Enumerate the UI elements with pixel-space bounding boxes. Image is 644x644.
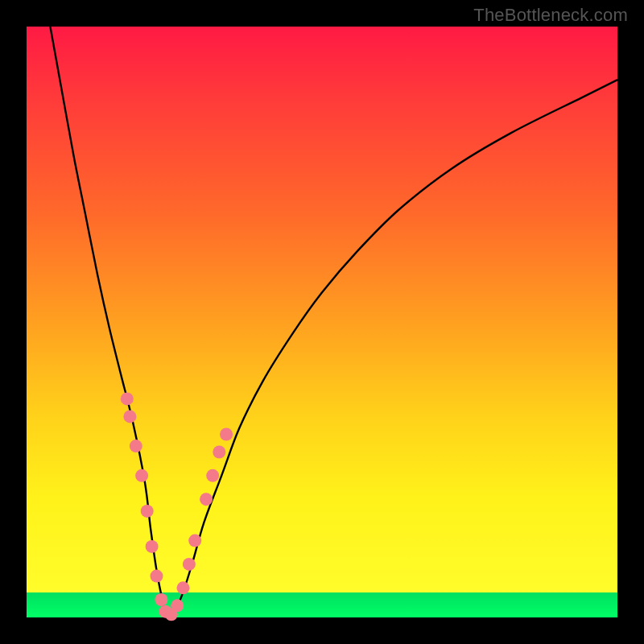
marker-dot [135, 469, 148, 482]
marker-dot [188, 535, 201, 547]
marker-dot [220, 428, 233, 441]
curve-path-group [50, 27, 617, 617]
marker-dot [177, 581, 190, 594]
watermark-text: TheBottleneck.com [473, 5, 628, 26]
marker-dot [141, 505, 154, 518]
plot-area [27, 27, 617, 617]
marker-dot [206, 469, 219, 482]
bottleneck-curve [27, 27, 617, 617]
marker-dot [121, 392, 134, 405]
marker-dot [183, 558, 196, 571]
marker-dot [213, 446, 225, 459]
marker-group [121, 392, 233, 621]
marker-dot [151, 570, 163, 583]
marker-dot [123, 410, 136, 423]
marker-dot [171, 599, 184, 612]
curve-path [50, 27, 617, 617]
marker-dot [200, 493, 213, 506]
chart-frame: TheBottleneck.com [0, 0, 644, 644]
marker-dot [130, 440, 142, 452]
marker-dot [146, 540, 159, 553]
marker-dot [155, 593, 167, 606]
